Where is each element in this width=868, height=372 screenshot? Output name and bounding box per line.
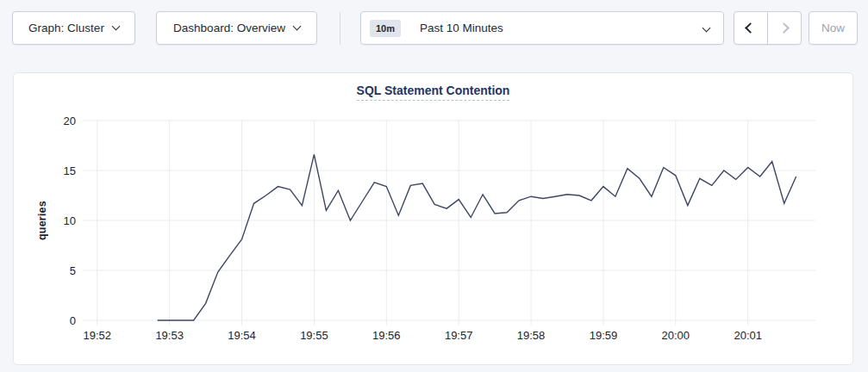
- x-axis-tick-label: 19:55: [300, 329, 328, 342]
- dashboard-selector-label: Dashboard: Overview: [173, 22, 285, 34]
- y-axis-tick-label: 15: [64, 164, 76, 177]
- series-line-queries: [158, 154, 796, 320]
- y-axis-tick-label: 10: [64, 214, 76, 227]
- dashboard-selector-dropdown[interactable]: Dashboard: Overview: [156, 11, 317, 45]
- chevron-down-icon: [703, 24, 711, 33]
- y-axis-tick-label: 20: [64, 115, 76, 127]
- time-window-dropdown[interactable]: 10m Past 10 Minutes: [360, 11, 724, 45]
- metrics-page: { "toolbar": { "graph_selector": { "labe…: [0, 0, 868, 372]
- x-axis-tick-label: 19:56: [372, 329, 401, 342]
- x-axis-tick-label: 19:54: [228, 329, 256, 342]
- chart-card: SQL Statement Contention queries 0510152…: [13, 72, 853, 365]
- chevron-down-icon: [111, 22, 120, 31]
- y-axis-tick-label: 0: [70, 314, 76, 327]
- x-axis-tick-label: 19:52: [84, 329, 112, 342]
- x-axis-tick-label: 20:01: [734, 329, 762, 342]
- x-axis-tick-label: 19:58: [517, 329, 546, 342]
- time-window-label: Past 10 Minutes: [420, 22, 503, 34]
- time-window-badge: 10m: [370, 20, 401, 37]
- now-button-label: Now: [821, 22, 845, 34]
- time-back-button[interactable]: [734, 12, 768, 44]
- time-forward-button: [768, 12, 802, 44]
- toolbar-divider: [340, 12, 340, 45]
- time-shift-button-group: [734, 11, 802, 45]
- x-axis-tick-label: 19:59: [590, 329, 618, 342]
- x-axis-tick-label: 20:00: [662, 329, 690, 342]
- now-button: Now: [809, 11, 858, 45]
- sql-contention-line-chart[interactable]: 0510152019:5219:5319:5419:5519:5619:5719…: [14, 73, 852, 364]
- chevron-right-icon: [778, 22, 790, 34]
- x-axis-tick-label: 19:53: [155, 329, 184, 342]
- chevron-down-icon: [292, 22, 301, 31]
- chevron-left-icon: [745, 22, 756, 34]
- graph-selector-dropdown[interactable]: Graph: Cluster: [12, 11, 135, 45]
- x-axis-tick-label: 19:57: [445, 329, 473, 342]
- y-axis-tick-label: 5: [70, 264, 76, 277]
- graph-selector-label: Graph: Cluster: [28, 22, 104, 34]
